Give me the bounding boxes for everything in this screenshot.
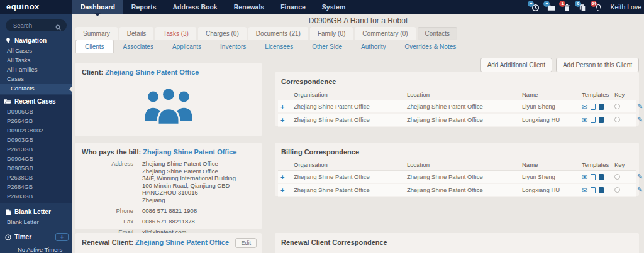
- recent-case-item[interactable]: P2683GB: [0, 192, 72, 202]
- menu-item[interactable]: Address Book: [165, 0, 226, 14]
- email-template-icon[interactable]: [582, 117, 587, 123]
- billing-correspondence-card: Billing Correspondence Organisation Loca…: [275, 143, 639, 196]
- recent-case-item[interactable]: P2684GB: [0, 183, 72, 192]
- email-template-icon[interactable]: [582, 174, 587, 180]
- col-templates: Templates: [582, 91, 614, 98]
- case-tab[interactable]: Contacts: [418, 27, 457, 40]
- address-line: HANGZHOU 310016: [142, 189, 255, 196]
- edit-contact-icon[interactable]: [637, 116, 644, 124]
- renewal-client-label: Renewal Client:: [82, 239, 133, 246]
- recent-case-item[interactable]: P2638GB: [0, 173, 72, 183]
- document-template-icon[interactable]: [599, 117, 604, 123]
- address-line: Zhejiang Shine Patent Office: [142, 160, 255, 168]
- renewal-correspondence-table: Organisation Location Name Templates Key: [275, 249, 639, 253]
- contacts-subtab[interactable]: Associates: [114, 40, 163, 53]
- bill-payer-name-link[interactable]: Zhejiang Shine Patent Office: [143, 148, 236, 156]
- main-menu: DashboardReportsAddress BookRenewalsFina…: [72, 0, 353, 14]
- recent-case-item[interactable]: D0902GB002: [0, 126, 72, 136]
- document-template-icon[interactable]: [599, 174, 604, 180]
- case-tab[interactable]: Commentary (0): [355, 27, 415, 40]
- sidebar-nav-item[interactable]: All Cases: [0, 46, 72, 56]
- contacts-subtab[interactable]: Clients: [75, 40, 114, 53]
- recent-case-item[interactable]: D0903GB: [0, 136, 72, 145]
- key-contact-radio[interactable]: [614, 187, 620, 193]
- billing-row: Zhejiang Shine Patent Office Zhejiang Sh…: [278, 184, 636, 197]
- top-bar: equinox DashboardReportsAddress BookRene…: [0, 0, 644, 14]
- correspondence-row: Zhejiang Shine Patent Office Zhejiang Sh…: [278, 114, 636, 127]
- case-tab[interactable]: Charges (0): [198, 27, 247, 40]
- edit-contact-icon[interactable]: [637, 102, 644, 110]
- letter-template-icon[interactable]: [591, 117, 596, 123]
- case-tab[interactable]: Documents (21): [248, 27, 308, 40]
- correspondence-table: Organisation Location Name Templates Key…: [275, 89, 639, 127]
- recent-case-item[interactable]: P2664GB: [0, 117, 72, 126]
- row-organisation: Zhejiang Shine Patent Office: [294, 173, 407, 180]
- documents-icon[interactable]: 0: [579, 3, 588, 12]
- edit-contact-icon[interactable]: [637, 173, 644, 181]
- key-contact-radio[interactable]: [614, 104, 620, 109]
- contacts-subtab[interactable]: Inventors: [211, 40, 255, 53]
- expand-row-icon[interactable]: [280, 186, 294, 194]
- sidebar-nav-item[interactable]: Cases: [0, 75, 72, 84]
- menu-item[interactable]: System: [314, 0, 353, 14]
- notifications-bell-icon[interactable]: 64: [594, 3, 604, 12]
- contacts-subtab[interactable]: Other Side: [303, 40, 352, 53]
- client-name-link[interactable]: Zhejiang Shine Patent Office: [105, 68, 199, 76]
- search-icon[interactable]: [55, 22, 62, 33]
- sidebar-nav-item[interactable]: Contacts: [0, 84, 72, 94]
- case-tab[interactable]: Tasks (3): [155, 27, 196, 40]
- email-template-icon[interactable]: [582, 187, 587, 193]
- recent-case-item[interactable]: D0905GB: [0, 164, 72, 173]
- user-menu[interactable]: Keith Love: [610, 3, 643, 11]
- contacts-subtab[interactable]: Authority: [352, 40, 395, 53]
- document-template-icon[interactable]: [599, 187, 604, 193]
- contacts-subtabs: ClientsAssociatesApplicantsInventorsLice…: [72, 40, 644, 53]
- case-tab[interactable]: Summary: [75, 27, 118, 40]
- sidebar-nav-item[interactable]: All Families: [0, 65, 72, 75]
- history-icon[interactable]: +: [531, 3, 541, 12]
- recent-case-item[interactable]: D0904GB: [0, 154, 72, 164]
- expand-row-icon[interactable]: [280, 116, 294, 124]
- letter-template-icon[interactable]: [591, 104, 596, 110]
- sidebar-nav-item[interactable]: All Tasks: [0, 56, 72, 65]
- recent-case-item[interactable]: D0906GB: [0, 107, 72, 117]
- expand-row-icon[interactable]: [280, 103, 294, 110]
- case-tab[interactable]: Details: [119, 27, 154, 40]
- contacts-subtab[interactable]: Licensees: [255, 40, 303, 53]
- edit-contact-icon[interactable]: [637, 186, 644, 194]
- edit-renewal-client-button[interactable]: Edit: [235, 238, 257, 248]
- client-actions: Add Additional Client Add Person to this…: [480, 58, 639, 72]
- navigation-header-label: Navigation: [14, 37, 47, 44]
- menu-item[interactable]: Dashboard: [72, 0, 123, 14]
- phone-value: 0086 571 8821 1908: [142, 207, 255, 214]
- row-name: Liyun Sheng: [522, 103, 582, 110]
- menu-item[interactable]: Reports: [123, 0, 165, 14]
- alerts-badge: 64: [591, 1, 597, 7]
- contacts-subtab[interactable]: Applicants: [163, 40, 211, 53]
- blank-letter-item[interactable]: Blank Letter: [0, 218, 72, 227]
- add-timer-button[interactable]: +: [55, 233, 69, 241]
- letter-template-icon[interactable]: [591, 174, 596, 180]
- expand-row-icon[interactable]: [280, 173, 294, 181]
- recent-cases-block: Recent Cases D0906GBP2664GBD0902GB002D09…: [0, 95, 72, 203]
- add-additional-client-button[interactable]: Add Additional Client: [480, 58, 552, 72]
- email-template-icon[interactable]: [582, 104, 587, 110]
- key-contact-radio[interactable]: [614, 117, 620, 122]
- row-name: Liyun Sheng: [522, 173, 582, 180]
- add-person-to-client-button[interactable]: Add Person to this Client: [556, 58, 639, 72]
- case-folder-icon[interactable]: +: [547, 3, 557, 12]
- renewal-client-name-link[interactable]: Zhejiang Shine Patent Office: [135, 239, 229, 246]
- col-organisation: Organisation: [294, 91, 407, 98]
- client-label: Client:: [82, 68, 103, 76]
- document-template-icon[interactable]: [599, 104, 604, 110]
- letter-template-icon[interactable]: [591, 187, 596, 193]
- billing-table-header: Organisation Location Name Templates Key: [278, 159, 636, 171]
- key-contact-radio[interactable]: [614, 174, 620, 180]
- contacts-subtab[interactable]: Overrides & Notes: [396, 40, 466, 53]
- menu-item[interactable]: Finance: [272, 0, 314, 14]
- trash-icon[interactable]: 1: [563, 3, 572, 12]
- col-organisation: Organisation: [294, 161, 407, 168]
- recent-case-item[interactable]: P2613GB: [0, 145, 72, 154]
- menu-item[interactable]: Renewals: [226, 0, 272, 14]
- case-tab[interactable]: Family (0): [310, 27, 353, 40]
